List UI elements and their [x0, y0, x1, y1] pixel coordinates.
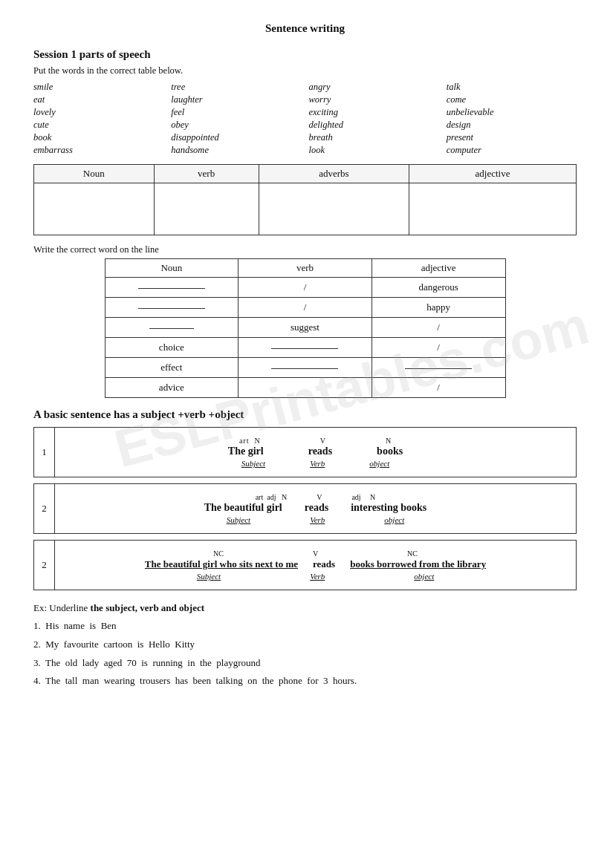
obj-annot-3: NC — [407, 549, 418, 558]
col-header-noun: Noun — [34, 165, 155, 183]
word-tree: tree — [171, 81, 301, 94]
word-look: look — [309, 144, 439, 157]
cw-adj-6: / — [371, 378, 505, 398]
ex-intro: Ex: Underline the subject, verb and obje… — [33, 602, 577, 614]
page-title: Sentence writing — [33, 22, 577, 35]
word-come: come — [447, 94, 577, 106]
subject-1: The girl — [228, 446, 264, 457]
classification-table: Noun verb adverbs adjective — [33, 164, 577, 235]
exercise-list: 1. His name is Ben 2. My favourite carto… — [33, 619, 577, 689]
verb-label-3: Verb — [310, 572, 325, 581]
cw-noun-2[interactable] — [105, 298, 239, 318]
obj-annot-1: N — [386, 437, 392, 445]
cw-verb-5[interactable] — [239, 358, 372, 378]
obj-label-1: object — [369, 459, 389, 468]
word-embarrass: embarrass — [33, 144, 163, 157]
verb-3: reads — [313, 558, 335, 570]
obj-label-2: object — [384, 515, 404, 524]
word-lovely: lovely — [33, 106, 163, 119]
subj-annot-3: NC — [213, 549, 224, 558]
cw-header-verb: verb — [239, 259, 372, 278]
word-unbelievable: unbelievable — [447, 106, 577, 119]
word-angry: angry — [309, 81, 439, 94]
cw-adj-1: dangerous — [371, 278, 505, 298]
object-3: books borrowed from the library — [350, 558, 486, 570]
subj-annot-2: art adj N — [256, 493, 288, 501]
exercise-item-3: 3. The old lady aged 70 is running in th… — [33, 656, 577, 671]
example-content-1: art N V N The girl reads books Subject V… — [55, 428, 577, 477]
exercise-item-2: 2. My favourite cartoon is Hello Kitty — [33, 637, 577, 653]
word-worry: worry — [309, 94, 439, 106]
word-feel: feel — [171, 106, 301, 119]
word-breath: breath — [309, 131, 439, 144]
adjective-cell[interactable] — [409, 183, 576, 235]
cw-verb-1: / — [239, 278, 372, 298]
adverbs-cell[interactable] — [259, 183, 409, 235]
cw-verb-6 — [239, 378, 372, 398]
cw-row-2: / happy — [105, 298, 505, 318]
exercise-section: Ex: Underline the subject, verb and obje… — [33, 602, 577, 689]
cw-noun-6: advice — [105, 378, 239, 398]
example-content-2: art adj N V adj N The beautiful girl rea… — [55, 484, 577, 534]
cw-verb-4[interactable] — [239, 338, 372, 358]
cw-verb-3: suggest — [239, 318, 372, 338]
obj-label-3: object — [414, 572, 434, 581]
word-handsome: handsome — [171, 144, 301, 157]
verb-2: reads — [305, 502, 328, 514]
verb-label-2: Verb — [310, 515, 325, 524]
word-delighted: delighted — [309, 119, 439, 131]
exercise-item-1: 1. His name is Ben — [33, 619, 577, 634]
ex-intro-bold: the subject, verb and object — [91, 602, 204, 613]
subject-2: The beautiful girl — [204, 502, 282, 514]
subject-label-1: Subject — [241, 459, 265, 468]
cw-adj-2: happy — [371, 298, 505, 318]
col-header-verb: verb — [154, 165, 259, 183]
cw-row-3: suggest / — [105, 318, 505, 338]
cw-noun-3[interactable] — [105, 318, 239, 338]
obj-annot-2: adj N — [351, 493, 375, 501]
word-exciting: exciting — [309, 106, 439, 119]
object-1: books — [377, 446, 403, 457]
verb-1: reads — [308, 446, 332, 457]
cw-row-6: advice / — [105, 378, 505, 398]
word-eat: eat — [33, 94, 163, 106]
cw-noun-1[interactable] — [105, 278, 239, 298]
correct-word-table: Noun verb adjective / dangerous / happy … — [105, 258, 506, 398]
noun-cell[interactable] — [34, 183, 155, 235]
section3-title: A basic sentence has a subject +verb +ob… — [33, 408, 577, 421]
annot-row-1: art N V N — [62, 437, 568, 445]
cw-adj-4: / — [371, 338, 505, 358]
word-book: book — [33, 131, 163, 144]
subject-label-2: Subject — [227, 515, 250, 524]
example-num-1: 1 — [34, 428, 55, 477]
word-obey: obey — [171, 119, 301, 131]
section1-instruction: Put the words in the correct table below… — [33, 65, 577, 76]
cw-row-4: choice / — [105, 338, 505, 358]
example-num-2: 2 — [34, 484, 55, 534]
subject-label-3: Subject — [197, 572, 221, 581]
cw-row-1: / dangerous — [105, 278, 505, 298]
cw-adj-3: / — [371, 318, 505, 338]
exercise-item-4: 4. The tall man wearing trousers has bee… — [33, 673, 577, 689]
word-cute: cute — [33, 119, 163, 131]
sentence-example-2: 2 art adj N V adj N The beautiful girl r… — [33, 483, 577, 534]
cw-row-5: effect — [105, 358, 505, 378]
verb-cell[interactable] — [154, 183, 259, 235]
col-header-adjective: adjective — [409, 165, 576, 183]
word-disappointed: disappointed — [171, 131, 301, 144]
subject-3: The beautiful girl who sits next to me — [145, 558, 298, 570]
section2-instruction: Write the correct word on the line — [33, 244, 577, 255]
word-computer: computer — [447, 144, 577, 157]
ex-intro-text: Ex: Underline — [33, 602, 91, 613]
words-grid: smile eat lovely cute book embarrass tre… — [33, 81, 577, 157]
word-talk: talk — [447, 81, 577, 94]
word-design: design — [447, 119, 577, 131]
verb-annot-1: V — [320, 437, 326, 445]
subj-annot-1: art N — [239, 437, 261, 445]
cw-adj-5[interactable] — [371, 358, 505, 378]
example-num-3: 2 — [34, 541, 55, 590]
cw-header-noun: Noun — [105, 259, 239, 278]
object-2: interesting books — [351, 502, 426, 514]
verb-annot-3: V — [313, 549, 318, 558]
cw-verb-2: / — [239, 298, 372, 318]
